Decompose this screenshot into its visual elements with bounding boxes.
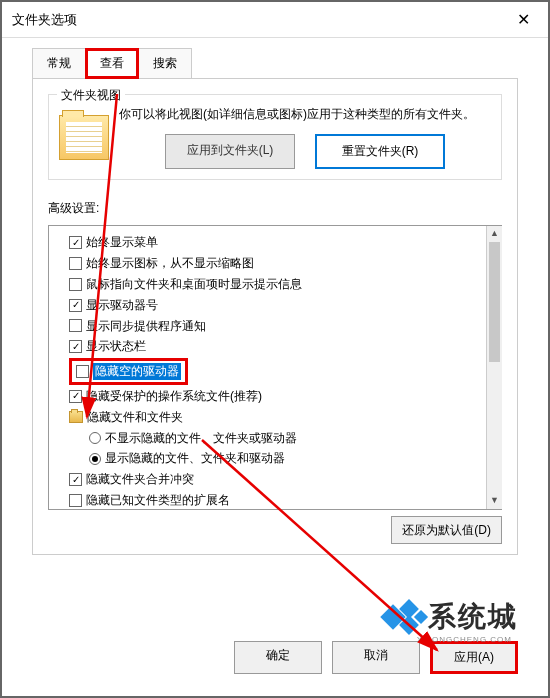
checkbox[interactable] [69, 299, 82, 312]
checkbox[interactable] [69, 319, 82, 332]
tree-item-label: 始终显示图标，从不显示缩略图 [86, 255, 254, 272]
tab-general[interactable]: 常规 [32, 48, 86, 79]
scroll-thumb[interactable] [489, 242, 500, 362]
dialog-buttons: 确定 取消 应用(A) [234, 641, 518, 674]
tab-view[interactable]: 查看 [85, 48, 139, 79]
folder-icon [69, 411, 83, 423]
scroll-up-icon[interactable]: ▲ [487, 226, 502, 242]
watermark-sub: XITONGCHENG.COM [417, 635, 512, 644]
tree-item[interactable]: 显示同步提供程序通知 [69, 316, 500, 337]
close-icon[interactable]: ✕ [508, 10, 538, 29]
tree-item[interactable]: 隐藏文件和文件夹 [69, 407, 500, 428]
tree-item[interactable]: 始终显示图标，从不显示缩略图 [69, 253, 500, 274]
tree-item-label: 隐藏文件和文件夹 [87, 409, 183, 426]
tree-item-label: 显示驱动器号 [86, 297, 158, 314]
tree-item-label: 显示同步提供程序通知 [86, 318, 206, 335]
apply-button[interactable]: 应用(A) [430, 641, 518, 674]
window-title: 文件夹选项 [12, 11, 77, 29]
tab-search[interactable]: 搜索 [138, 48, 192, 79]
watermark-text: 系统城 [428, 598, 518, 636]
checkbox[interactable] [69, 494, 82, 507]
checkbox[interactable] [76, 365, 89, 378]
checkbox[interactable] [69, 390, 82, 403]
tree-item-label: 显示隐藏的文件、文件夹和驱动器 [105, 450, 285, 467]
tab-content: 文件夹视图 你可以将此视图(如详细信息或图标)应用于这种类型的所有文件夹。 应用… [32, 78, 518, 555]
tree-item[interactable]: 显示状态栏 [69, 336, 500, 357]
watermark: 系统城 XITONGCHENG.COM [384, 598, 518, 636]
radio[interactable] [89, 453, 101, 465]
reset-folders-button[interactable]: 重置文件夹(R) [315, 134, 445, 169]
tree-item[interactable]: 鼠标指向文件夹和桌面项时显示提示信息 [69, 274, 500, 295]
tree-item[interactable]: 隐藏受保护的操作系统文件(推荐) [69, 386, 500, 407]
tree-item-label: 隐藏受保护的操作系统文件(推荐) [86, 388, 262, 405]
tree-item-label: 鼠标指向文件夹和桌面项时显示提示信息 [86, 276, 302, 293]
cancel-button[interactable]: 取消 [332, 641, 420, 674]
tree-item[interactable]: 显示隐藏的文件、文件夹和驱动器 [69, 448, 500, 469]
tree-item-label: 显示状态栏 [86, 338, 146, 355]
folder-icon [59, 115, 109, 160]
radio[interactable] [89, 432, 101, 444]
tree-item-label: 不显示隐藏的文件、文件夹或驱动器 [105, 430, 297, 447]
tab-bar: 常规 查看 搜索 [2, 38, 548, 79]
folder-view-legend: 文件夹视图 [57, 87, 125, 104]
tree-item[interactable]: 隐藏已知文件类型的扩展名 [69, 490, 500, 510]
ok-button[interactable]: 确定 [234, 641, 322, 674]
tree-item[interactable]: 显示驱动器号 [69, 295, 500, 316]
scrollbar[interactable]: ▲ ▼ [486, 226, 502, 509]
scroll-down-icon[interactable]: ▼ [487, 493, 502, 509]
checkbox[interactable] [69, 257, 82, 270]
folder-view-description: 你可以将此视图(如详细信息或图标)应用于这种类型的所有文件夹。 [119, 105, 491, 124]
tree-item-label: 隐藏文件夹合并冲突 [86, 471, 194, 488]
tree-item-label: 始终显示菜单 [86, 234, 158, 251]
tree-item[interactable]: 始终显示菜单 [69, 232, 500, 253]
tree-item[interactable]: 隐藏文件夹合并冲突 [69, 469, 500, 490]
folder-view-group: 文件夹视图 你可以将此视图(如详细信息或图标)应用于这种类型的所有文件夹。 应用… [48, 94, 502, 180]
checkbox[interactable] [69, 278, 82, 291]
tree-item-label: 隐藏空的驱动器 [93, 363, 181, 380]
advanced-settings-tree[interactable]: 始终显示菜单始终显示图标，从不显示缩略图鼠标指向文件夹和桌面项时显示提示信息显示… [48, 225, 502, 510]
tree-item[interactable]: 不显示隐藏的文件、文件夹或驱动器 [69, 428, 500, 449]
tree-item-label: 隐藏已知文件类型的扩展名 [86, 492, 230, 509]
apply-to-folders-button[interactable]: 应用到文件夹(L) [165, 134, 295, 169]
restore-defaults-button[interactable]: 还原为默认值(D) [391, 516, 502, 544]
checkbox[interactable] [69, 236, 82, 249]
checkbox[interactable] [69, 340, 82, 353]
advanced-settings-label: 高级设置: [48, 200, 502, 217]
checkbox[interactable] [69, 473, 82, 486]
tree-item[interactable]: 隐藏空的驱动器 [69, 358, 188, 385]
